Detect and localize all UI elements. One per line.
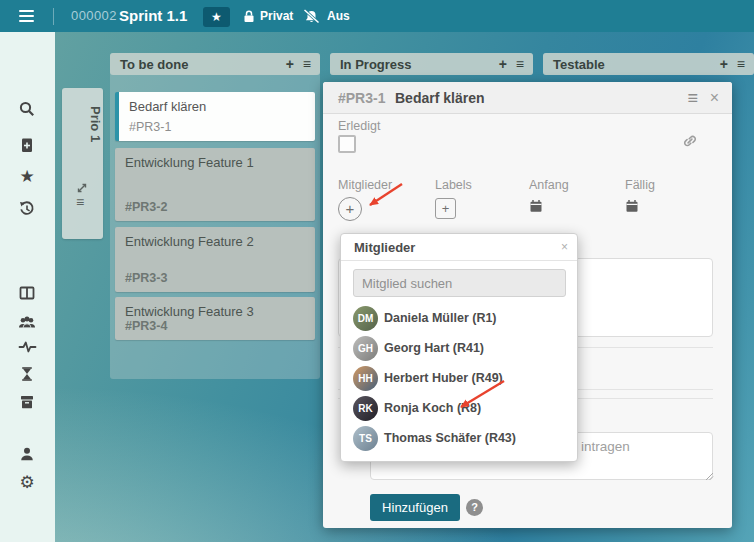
done-label: Erledigt <box>338 119 380 133</box>
labels-label: Labels <box>435 178 472 192</box>
member-search-input[interactable] <box>353 269 566 297</box>
close-icon[interactable]: × <box>561 234 568 261</box>
privacy-toggle[interactable]: Privat <box>260 0 293 32</box>
member-item-georg[interactable]: GH Georg Hart (R41) <box>353 336 567 361</box>
list-menu-icon[interactable]: ≡ <box>516 53 524 75</box>
board-id: 000002 <box>71 0 117 32</box>
members-icon[interactable] <box>17 312 37 332</box>
card-detail-title: Bedarf klären <box>395 82 484 114</box>
comment-placeholder: intragen <box>581 439 630 454</box>
settings-icon[interactable]: ⚙ <box>17 473 37 493</box>
start-date-calendar-icon[interactable] <box>529 199 543 213</box>
members-popup-title: Mitglieder <box>354 234 415 261</box>
swimlane-prio1: Prio 1 ≡ <box>62 88 103 239</box>
member-item-thomas[interactable]: TS Thomas Schäfer (R43) <box>353 426 567 451</box>
card-menu-icon[interactable]: ≡ <box>687 82 698 114</box>
card-pr3-4[interactable]: Entwicklung Feature 3 #PR3-4 <box>115 297 315 340</box>
member-name: Herbert Huber (R49) <box>384 366 503 391</box>
member-item-daniela[interactable]: DM Daniela Müller (R1) <box>353 306 567 331</box>
search-icon[interactable] <box>17 99 37 119</box>
members-popup-header: Mitglieder × <box>341 234 577 261</box>
card-detail-id: #PR3-1 <box>338 82 385 114</box>
done-checkbox[interactable] <box>338 135 356 153</box>
lock-icon <box>243 10 255 23</box>
card-pr3-3[interactable]: Entwicklung Feature 2 #PR3-3 <box>115 227 315 292</box>
star-icon: ★ <box>211 10 222 24</box>
card-title: Entwicklung Feature 2 <box>125 234 254 249</box>
list-menu-icon[interactable]: ≡ <box>303 53 311 75</box>
history-icon[interactable] <box>17 199 37 219</box>
card-id: #PR3-4 <box>125 319 167 333</box>
list-title: In Progress <box>330 57 499 72</box>
card-id: #PR3-3 <box>125 271 167 285</box>
member-name: Daniela Müller (R1) <box>384 306 497 331</box>
list-menu-icon[interactable]: ≡ <box>737 53 745 75</box>
add-card-icon[interactable]: + <box>499 53 507 75</box>
add-label-button[interactable]: + <box>435 198 456 219</box>
list-in-progress: In Progress + ≡ <box>330 53 533 75</box>
star-board-button[interactable]: ★ <box>203 7 230 27</box>
add-comment-button[interactable]: Hinzufügen <box>370 494 460 521</box>
archive-icon[interactable] <box>17 392 37 412</box>
due-date-calendar-icon[interactable] <box>625 199 639 213</box>
start-label: Anfang <box>529 178 569 192</box>
add-card-icon[interactable]: + <box>286 53 294 75</box>
hourglass-icon[interactable] <box>17 364 37 384</box>
card-pr3-1[interactable]: Bedarf klären #PR3-1 <box>115 92 315 141</box>
plus-icon: + <box>442 201 450 216</box>
members-label: Mitglieder <box>338 178 392 192</box>
link-icon[interactable] <box>681 132 699 150</box>
member-item-ronja[interactable]: RK Ronja Koch (R8) <box>353 396 567 421</box>
member-name: Ronja Koch (R8) <box>384 396 481 421</box>
avatar: HH <box>353 366 378 391</box>
swimlane-menu-icon[interactable]: ≡ <box>76 194 84 210</box>
plus-icon: + <box>346 200 355 217</box>
card-title: Entwicklung Feature 1 <box>125 155 254 170</box>
member-item-herbert[interactable]: HH Herbert Huber (R49) <box>353 366 567 391</box>
add-card-icon[interactable]: + <box>720 53 728 75</box>
board-title[interactable]: Sprint 1.1 <box>119 0 187 32</box>
starred-boards-icon[interactable]: ★ <box>17 167 37 187</box>
card-title: Bedarf klären <box>129 99 206 114</box>
resize-handle[interactable] <box>705 472 714 481</box>
notifications-off-icon <box>303 9 320 24</box>
divider <box>53 8 54 25</box>
card-id: #PR3-2 <box>125 200 167 214</box>
top-bar: 000002 Sprint 1.1 ★ Privat Aus <box>0 0 754 32</box>
members-popup: Mitglieder × DM Daniela Müller (R1) GH G… <box>340 233 578 462</box>
user-icon[interactable] <box>17 444 37 464</box>
card-title: Entwicklung Feature 3 <box>125 304 254 319</box>
member-name: Georg Hart (R41) <box>384 336 484 361</box>
list-title: To be done <box>110 57 286 72</box>
add-document-icon[interactable] <box>17 135 37 155</box>
list-header: In Progress + ≡ <box>330 53 533 75</box>
add-member-button[interactable]: + <box>338 197 362 221</box>
member-name: Thomas Schäfer (R43) <box>384 426 516 451</box>
activity-icon[interactable] <box>17 337 37 357</box>
avatar: GH <box>353 336 378 361</box>
due-label: Fällig <box>625 178 655 192</box>
left-sidebar: ★ ⚙ <box>0 32 55 542</box>
avatar: DM <box>353 306 378 331</box>
menu-icon[interactable] <box>19 10 34 22</box>
list-title: Testable <box>543 57 720 72</box>
help-icon[interactable]: ? <box>466 499 483 516</box>
close-icon[interactable]: × <box>710 82 719 114</box>
card-pr3-2[interactable]: Entwicklung Feature 1 #PR3-2 <box>115 148 315 221</box>
list-header: Testable + ≡ <box>543 53 754 75</box>
avatar: RK <box>353 396 378 421</box>
card-id: #PR3-1 <box>129 120 171 134</box>
list-to-be-done: To be done + ≡ Bedarf klären #PR3-1 Entw… <box>110 53 320 379</box>
list-testable: Testable + ≡ <box>543 53 754 75</box>
notifications-toggle[interactable]: Aus <box>327 0 350 32</box>
board-view-icon[interactable] <box>17 283 37 303</box>
card-detail-header: #PR3-1 Bedarf klären ≡ × <box>323 82 732 114</box>
avatar: TS <box>353 426 378 451</box>
list-header: To be done + ≡ <box>110 53 320 75</box>
app-window: 000002 Sprint 1.1 ★ Privat Aus ★ <box>0 0 754 542</box>
